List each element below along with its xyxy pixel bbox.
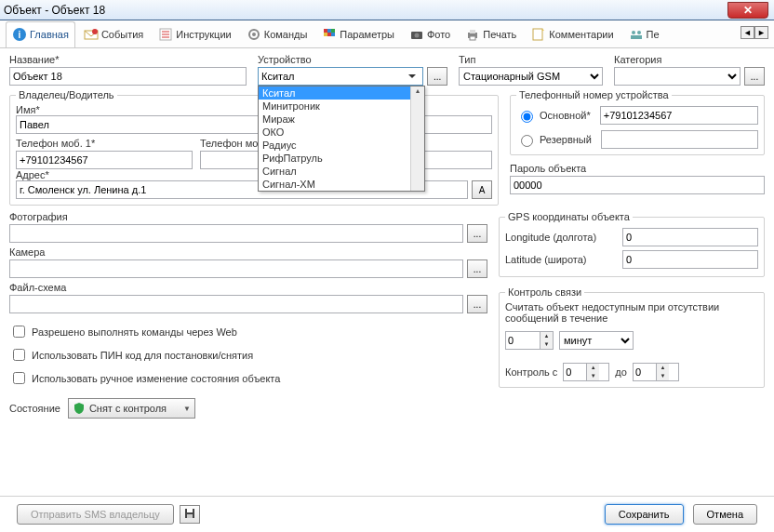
device-option[interactable]: Кситал [259,86,424,100]
address-lookup-button[interactable]: A [472,180,492,199]
link-unit-select[interactable]: минут [559,331,634,350]
use-manual-checkbox[interactable] [13,372,25,384]
camera-input[interactable] [9,259,463,278]
svg-rect-19 [470,30,475,33]
photo-label: Фотография [9,211,487,222]
tab-instructions[interactable]: Инструкции [152,21,237,47]
window-close-button[interactable]: ✕ [727,2,768,19]
device-combo[interactable]: Кситал Кситал Минитроник Мираж ОКО Радиу… [258,67,423,86]
photo-browse-button[interactable]: ... [467,224,487,243]
control-to-spinner[interactable]: ▲▼ [633,363,679,381]
camera-icon [409,27,424,42]
device-option[interactable]: Минитроник [259,100,424,113]
cancel-button[interactable]: Отмена [693,504,757,525]
svg-rect-10 [324,29,327,33]
dropdown-scrollbar[interactable] [410,86,424,191]
device-phone-fieldset: Телефонный номер устройства Основной* Ре… [510,89,765,155]
phone1-label: Телефон моб. 1* [16,138,193,149]
filescheme-browse-button[interactable]: ... [467,295,487,313]
longitude-label: Longitude (долгота) [505,232,617,243]
category-label: Категория [614,54,765,65]
link-control-text: Считать объект недоступным при отсутстви… [505,301,758,324]
tab-print[interactable]: Печать [459,21,523,47]
tab-strip: i Главная События Инструкции Команды Пар… [0,20,774,48]
category-browse-button[interactable]: ... [744,67,765,86]
close-icon: ✕ [743,4,753,17]
phone-reserve-radio[interactable] [521,135,533,147]
device-phone-legend: Телефонный номер устройства [516,89,672,100]
printer-icon [465,27,480,42]
phone-main-radio[interactable] [521,111,533,123]
device-option[interactable]: РифПатруль [259,152,424,165]
tab-label: Комментарии [549,29,613,40]
svg-point-17 [414,33,419,38]
phone-reserve-label: Резервный [540,134,592,145]
control-from-label: Контроль с [505,366,557,378]
rubik-icon [322,27,337,42]
tab-photo[interactable]: Фото [403,21,457,47]
device-option[interactable]: Сигнал [259,165,424,178]
device-option[interactable]: Мираж [259,113,424,126]
tab-parameters[interactable]: Параметры [315,21,401,47]
svg-rect-12 [331,29,335,33]
state-combo[interactable]: Снят с контроля ▼ [68,398,195,419]
tab-scroll-right[interactable]: ► [754,26,768,39]
svg-rect-11 [327,29,331,33]
tab-comments[interactable]: Комментарии [525,21,620,47]
control-to-input[interactable] [634,364,656,380]
use-pin-checkbox[interactable] [13,349,25,361]
allow-web-label: Разрешено выполнять команды через Web [32,326,237,338]
link-value-input[interactable] [506,332,540,349]
mail-icon [84,27,99,42]
spinner-up[interactable]: ▲ [540,332,553,340]
phone-main-input[interactable] [600,106,758,125]
photo-input[interactable] [9,224,463,243]
spinner-down[interactable]: ▼ [587,372,599,380]
tab-label: Инструкции [176,29,231,40]
tab-label: Параметры [340,29,394,40]
device-option[interactable]: Сигнал-ХМ [259,178,424,191]
spinner-down[interactable]: ▼ [540,340,553,349]
send-sms-button[interactable]: Отправить SMS владельцу [17,504,174,525]
tab-overflow[interactable]: Пе [622,21,666,47]
password-input[interactable] [510,176,765,194]
device-option[interactable]: Радиус [259,139,424,152]
tab-main[interactable]: i Главная [6,21,75,47]
svg-rect-13 [324,33,327,36]
svg-rect-15 [331,33,335,36]
control-from-input[interactable] [564,364,586,380]
note-icon [531,27,546,42]
shield-icon [73,402,86,415]
name-input[interactable] [9,67,247,86]
phone1-input[interactable] [16,151,193,169]
control-from-spinner[interactable]: ▲▼ [563,363,609,381]
camera-browse-button[interactable]: ... [467,259,487,278]
allow-web-checkbox[interactable] [13,326,25,338]
latitude-input[interactable] [622,250,758,269]
category-select[interactable] [614,67,741,86]
spinner-down[interactable]: ▼ [657,372,669,380]
title-bar: Объект - Объект 18 ✕ [0,0,774,20]
save-template-button[interactable] [180,505,200,524]
type-select[interactable]: Стационарный GSM [459,67,603,86]
svg-rect-26 [187,509,193,512]
save-button[interactable]: Сохранить [605,504,684,525]
tab-events[interactable]: События [77,21,150,47]
device-combo-text: Кситал [261,71,295,82]
use-pin-label: Использовать ПИН код для постановки/снят… [32,350,253,361]
longitude-input[interactable] [622,228,758,246]
device-label: Устройство [258,54,447,65]
link-value-spinner[interactable]: ▲▼ [505,331,554,350]
people-icon [629,27,644,42]
type-label: Тип [459,54,603,65]
tab-label: Команды [264,29,308,40]
filescheme-input[interactable] [9,295,463,313]
device-option[interactable]: ОКО [259,126,424,139]
device-browse-button[interactable]: ... [427,67,447,86]
spinner-up[interactable]: ▲ [657,364,669,372]
spinner-up[interactable]: ▲ [587,364,599,372]
phone-reserve-input[interactable] [601,130,758,149]
tab-commands[interactable]: Команды [240,21,314,47]
tab-scroll-left[interactable]: ◄ [741,26,754,39]
svg-rect-14 [327,33,331,36]
